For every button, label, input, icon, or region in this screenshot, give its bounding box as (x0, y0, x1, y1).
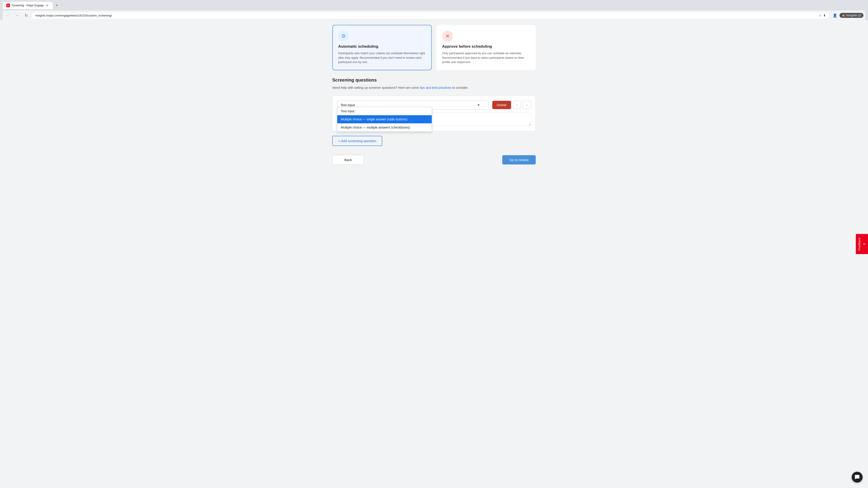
scheduling-cards: ⚙ Automatic scheduling Participants who … (332, 25, 536, 70)
active-tab[interactable]: H Screening - Hotjar Engage ✕ (3, 2, 53, 9)
page-content: ⚙ Automatic scheduling Participants who … (0, 20, 868, 488)
question-actions: Delete ↑ ↓ (492, 101, 531, 109)
section-subtitle: Need help with setting up screener quest… (332, 86, 536, 90)
auto-scheduling-title: Automatic scheduling (338, 44, 426, 49)
profile-icon[interactable]: 👤 (831, 12, 839, 19)
question-type-dropdown[interactable]: Text input Multiple choice — single answ… (337, 107, 432, 132)
address-bar[interactable]: insights.hotjar.com/engage/tests/16153/c… (32, 12, 830, 19)
screening-section: Screening questions Need help with setti… (332, 77, 536, 165)
go-to-review-button[interactable]: Go to review (502, 155, 536, 164)
dropdown-option-multiple-choice[interactable]: Multiple choice — multiple answers (chec… (337, 123, 432, 131)
select-current-value: Text input (340, 103, 355, 107)
auto-scheduling-icon: ⚙ (338, 31, 349, 41)
forward-nav-button[interactable]: → (13, 12, 21, 19)
approve-scheduling-icon: ✕ (442, 31, 453, 41)
question-type-wrapper: Text input ▾ Text input Multiple choice … (337, 100, 489, 109)
new-tab-button[interactable]: + (54, 2, 60, 8)
approve-scheduling-title: Approve before scheduling (442, 44, 530, 49)
tab-bar: H Screening - Hotjar Engage ✕ + (3, 2, 865, 9)
automatic-scheduling-card[interactable]: ⚙ Automatic scheduling Participants who … (332, 25, 432, 70)
delete-button[interactable]: Delete (492, 101, 511, 109)
down-arrow-icon: ↓ (526, 103, 528, 107)
subtitle-end: to consider. (452, 86, 469, 90)
auto-scheduling-desc: Participants who match your criteria can… (338, 51, 426, 64)
back-button[interactable]: Back (332, 155, 364, 165)
bottom-navigation: Back Go to review (332, 155, 536, 165)
move-down-button[interactable]: ↓ (523, 101, 531, 109)
question-header: Text input ▾ Text input Multiple choice … (337, 100, 531, 109)
up-arrow-icon: ↑ (516, 103, 518, 107)
bookmark-icon[interactable]: ☆ (819, 14, 822, 17)
subtitle-start: Need help with setting up screener quest… (332, 86, 420, 90)
incognito-badge: 🕵 Incognito (2) (839, 13, 864, 18)
tab-close-button[interactable]: ✕ (45, 4, 49, 7)
incognito-label: Incognito (2) (846, 14, 861, 17)
move-up-button[interactable]: ↑ (513, 101, 521, 109)
browser-chrome: H Screening - Hotjar Engage ✕ + ← → ↻ in… (0, 0, 868, 20)
chat-icon (855, 475, 860, 480)
reload-button[interactable]: ↻ (23, 12, 30, 19)
nav-actions: 👤 🕵 Incognito (2) (831, 12, 864, 19)
feedback-icon: ✉ (863, 242, 866, 246)
dropdown-option-single-choice[interactable]: Multiple choice — single answer (radio b… (337, 115, 432, 123)
incognito-icon: 🕵 (842, 14, 845, 17)
back-nav-button[interactable]: ← (4, 12, 12, 19)
feedback-tab[interactable]: Feedback ✉ (856, 234, 868, 254)
chat-bubble-button[interactable] (852, 472, 863, 483)
section-title: Screening questions (332, 77, 536, 83)
navigation-bar: ← → ↻ insights.hotjar.com/engage/tests/1… (3, 10, 865, 20)
add-screening-question-button[interactable]: + Add screening question (332, 136, 382, 146)
content-wrapper: ⚙ Automatic scheduling Participants who … (332, 25, 536, 477)
question-card: Text input ▾ Text input Multiple choice … (332, 96, 536, 131)
approve-scheduling-desc: Only participants approved by you can sc… (442, 51, 530, 64)
download-icon[interactable]: ⬇ (823, 14, 826, 17)
address-text: insights.hotjar.com/engage/tests/16153/c… (35, 14, 817, 17)
dropdown-option-text-input[interactable]: Text input (337, 107, 432, 115)
chevron-down-icon: ▾ (477, 103, 479, 107)
tab-favicon: H (6, 4, 10, 7)
tips-link[interactable]: tips and best practices (420, 86, 452, 90)
tab-title: Screening - Hotjar Engage (12, 4, 43, 7)
feedback-label: Feedback (858, 237, 861, 250)
approve-before-scheduling-card[interactable]: ✕ Approve before scheduling Only partici… (436, 25, 536, 70)
